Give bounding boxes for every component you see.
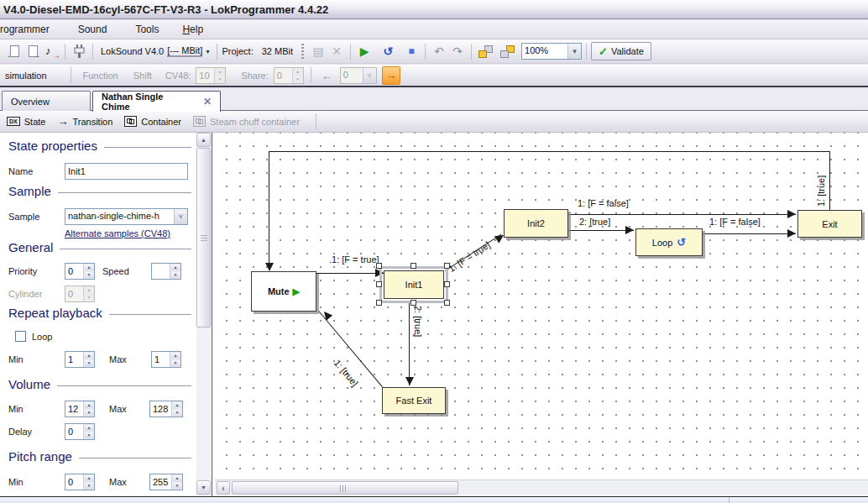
loop-play-button[interactable]: ↺ [379, 42, 397, 60]
delay-value[interactable]: 0 [65, 424, 83, 439]
tab-overview[interactable]: Overview [2, 91, 91, 111]
programmer-connection-button[interactable] [70, 42, 88, 60]
volume-max-stepper[interactable]: 128 ▲▼ [149, 401, 183, 417]
transition-label[interactable]: 1: [true] [816, 176, 826, 207]
panel-scrollbar[interactable]: ▲ ▼ [196, 133, 211, 495]
selection-handle[interactable] [376, 300, 382, 306]
name-field[interactable]: Init1 [65, 163, 188, 180]
up-arrow-icon[interactable]: ▲ [170, 352, 180, 359]
up-arrow-icon[interactable]: ▲ [172, 401, 182, 409]
title-bar[interactable]: V4.0-Diesel-EMD-16cyl-567C-FT-V3-R3 - Lo… [0, 0, 868, 19]
transition-loop-to-exit[interactable] [703, 233, 796, 234]
transition-mute-to-init1[interactable] [316, 273, 384, 274]
down-arrow-icon[interactable]: ▼ [84, 432, 94, 439]
zoom-out-button[interactable] [498, 42, 516, 60]
scroll-down-button[interactable]: ▼ [196, 480, 211, 495]
down-arrow-icon[interactable]: ▼ [84, 359, 94, 367]
decoder-type-dropdown[interactable]: LokSound V4.0 [--- MBit] ▾ [97, 45, 212, 57]
read-from-device-button[interactable]: ← [5, 42, 24, 60]
state-diagram[interactable]: 1: [true] .1: [F = true] 1: [F = true] 1… [215, 133, 868, 479]
repeat-min-value[interactable]: 1 [65, 352, 83, 367]
volume-min-stepper[interactable]: 12 ▲▼ [65, 401, 95, 417]
menu-tools[interactable]: Tools [127, 21, 167, 38]
transition-label[interactable]: .1: [F = true] [329, 254, 379, 265]
canvas-h-scrollbar[interactable]: ‹ [215, 479, 868, 495]
transition-label[interactable]: 1: [F = false] [709, 217, 761, 227]
up-arrow-icon[interactable]: ▲ [84, 264, 94, 271]
menu-programmer[interactable]: rogrammer [0, 21, 58, 38]
selection-handle[interactable] [410, 300, 416, 306]
down-arrow-icon[interactable]: ▼ [172, 482, 182, 490]
down-arrow-icon[interactable]: ▼ [84, 271, 94, 279]
state-node-fast-exit[interactable]: Fast Exit [382, 387, 446, 414]
speed-value[interactable] [152, 264, 170, 279]
chevron-down-icon[interactable]: ▾ [567, 44, 581, 59]
up-arrow-icon[interactable]: ▲ [84, 352, 94, 359]
selection-handle[interactable] [444, 263, 450, 269]
volume-max-value[interactable]: 128 [150, 401, 171, 417]
transition-init1-to-fastexit[interactable] [409, 301, 410, 385]
insert-state-button[interactable]: DX State [7, 117, 45, 127]
state-node-loop[interactable]: Loop ↺ [635, 228, 703, 256]
pitch-min-stepper[interactable]: 0 ▲▼ [65, 474, 95, 490]
repeat-min-stepper[interactable]: 1 ▲▼ [65, 351, 95, 368]
down-arrow-icon[interactable]: ▼ [170, 271, 180, 279]
selection-handle[interactable] [376, 281, 382, 287]
tab-nathan-single-chime[interactable]: Nathan Single Chime ✕ [92, 91, 221, 112]
step-forward-button[interactable]: → [382, 66, 400, 85]
down-arrow-icon[interactable]: ▼ [170, 359, 180, 367]
insert-transition-button[interactable]: → Transition [57, 115, 112, 128]
play-button[interactable]: ▶ [355, 42, 374, 60]
loop-checkbox[interactable] [15, 331, 26, 342]
selection-handle[interactable] [444, 300, 450, 306]
diagram-canvas[interactable]: 1: [true] .1: [F = true] 1: [F = true] 1… [215, 133, 868, 496]
transition-init2-to-exit[interactable] [568, 214, 796, 215]
up-arrow-icon[interactable]: ▲ [84, 401, 94, 409]
down-arrow-icon[interactable]: ▼ [84, 482, 94, 490]
zoom-level-combobox[interactable]: 100% ▾ [521, 43, 582, 60]
scrollbar-thumb[interactable] [232, 481, 458, 495]
write-to-device-button[interactable]: → [24, 42, 42, 60]
priority-value[interactable]: 0 [65, 264, 83, 279]
selection-handle[interactable] [444, 281, 450, 287]
volume-min-value[interactable]: 12 [65, 401, 83, 417]
toolbar-grip[interactable] [301, 44, 304, 59]
repeat-max-value[interactable]: 1 [152, 352, 170, 367]
step-back-button[interactable]: ← [318, 66, 337, 85]
selection-handle[interactable] [376, 263, 382, 269]
repeat-max-stepper[interactable]: 1 ▲▼ [151, 351, 181, 368]
transition-exit-to-mute[interactable] [269, 151, 830, 152]
stop-button[interactable]: ■ [402, 42, 421, 60]
chevron-down-icon[interactable]: ˅ [174, 209, 187, 224]
up-arrow-icon[interactable]: ▲ [172, 474, 182, 482]
zoom-in-button[interactable] [476, 42, 494, 60]
selection-handle[interactable] [410, 263, 416, 269]
menu-help[interactable]: Help [174, 21, 212, 38]
up-arrow-icon[interactable]: ▲ [84, 424, 94, 432]
pitch-min-value[interactable]: 0 [65, 474, 83, 490]
up-arrow-icon[interactable]: ▲ [84, 474, 94, 482]
transition-init2-to-loop[interactable] [568, 230, 634, 231]
transition-exit-to-mute[interactable] [269, 151, 269, 269]
menu-sound[interactable]: Sound [70, 21, 116, 38]
transition-label[interactable]: 1: [true] [332, 358, 360, 388]
state-node-init1[interactable]: Init1 [384, 270, 444, 299]
state-node-exit[interactable]: Exit [797, 210, 862, 238]
down-arrow-icon[interactable]: ▼ [172, 409, 182, 417]
scroll-left-button[interactable]: ‹ [217, 481, 230, 495]
close-tab-icon[interactable]: ✕ [203, 96, 212, 107]
scroll-up-button[interactable]: ▲ [196, 133, 211, 147]
sample-combobox[interactable]: nathan-single-chime-h ˅ [65, 208, 188, 225]
pitch-max-stepper[interactable]: 255 ▲▼ [149, 474, 183, 490]
transition-label[interactable]: 2: [true] [413, 306, 423, 337]
state-node-mute[interactable]: Mute ▶ [251, 271, 316, 312]
scrollbar-thumb[interactable] [196, 148, 211, 327]
priority-stepper[interactable]: 0 ▲▼ [65, 263, 95, 280]
validate-button[interactable]: ✓ Validate [591, 42, 651, 60]
pitch-max-value[interactable]: 255 [150, 474, 171, 490]
alternate-samples-link[interactable]: Alternate samples (CV48) [65, 228, 170, 238]
transition-label[interactable]: 2: [true] [579, 217, 610, 227]
write-sound-button[interactable]: ♪→ [42, 42, 60, 60]
transition-label[interactable]: 1: [F = true] [447, 239, 492, 274]
insert-container-button[interactable]: Container [124, 116, 181, 127]
